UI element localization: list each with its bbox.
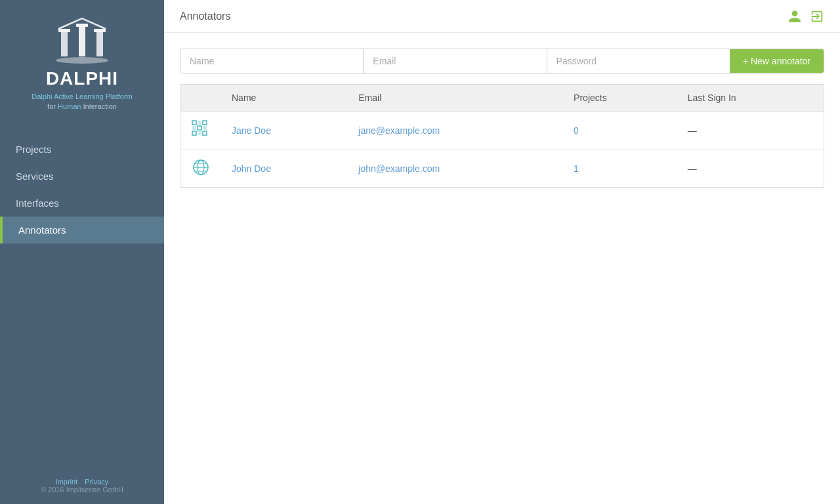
name-input[interactable] (180, 49, 364, 73)
email-input[interactable] (364, 49, 547, 73)
email-link-2[interactable]: john@example.com (358, 163, 440, 174)
header-icons (788, 9, 824, 24)
sidebar-item-services[interactable]: Services (0, 163, 164, 190)
avatar-icon-1 (191, 119, 211, 139)
svg-rect-12 (203, 126, 207, 130)
email-cell-2: john@example.com (348, 150, 563, 188)
name-link-2[interactable]: John Doe (232, 163, 271, 174)
col-header-avatar (180, 85, 222, 112)
svg-rect-9 (203, 121, 207, 125)
col-header-last-sign-in: Last Sign In (677, 85, 824, 112)
app-subtitle-highlight: Human (58, 102, 81, 110)
table-row: John Doe john@example.com 1 — (180, 150, 824, 188)
svg-rect-13 (192, 131, 196, 135)
app-subtitle: Dalphi Active Learning Platform for Huma… (18, 92, 145, 112)
svg-rect-15 (203, 131, 207, 135)
logo-area: DALPHI Dalphi Active Learning Platform f… (18, 0, 145, 123)
email-cell-1: jane@example.com (348, 112, 563, 150)
svg-rect-3 (96, 32, 103, 56)
user-icon[interactable] (788, 9, 802, 24)
avatar-cell-2 (180, 150, 222, 188)
svg-rect-14 (198, 131, 201, 135)
main-area: Annotators + New annotator Nam (164, 0, 840, 504)
svg-rect-2 (79, 26, 85, 56)
svg-rect-4 (58, 29, 70, 32)
app-title: DALPHI (46, 68, 118, 89)
projects-cell-2: 1 (563, 150, 677, 188)
main-content: + New annotator Name Email Projects Last… (164, 33, 840, 504)
sidebar-nav: Projects Services Interfaces Annotators (0, 136, 164, 467)
projects-link-1[interactable]: 0 (574, 125, 579, 136)
col-header-name: Name (221, 85, 348, 112)
table-row: Jane Doe jane@example.com 0 — (180, 112, 824, 150)
col-header-projects: Projects (563, 85, 677, 112)
table-header-row: Name Email Projects Last Sign In (180, 85, 824, 112)
svg-point-0 (56, 57, 108, 64)
logout-icon[interactable] (810, 9, 824, 24)
name-cell-2: John Doe (221, 150, 348, 188)
svg-rect-5 (76, 24, 88, 27)
app-subtitle-line1: Dalphi Active Learning Platform (32, 93, 132, 100)
name-cell-1: Jane Doe (221, 112, 348, 150)
svg-rect-10 (192, 126, 196, 130)
svg-rect-6 (94, 29, 106, 32)
svg-rect-7 (192, 121, 196, 125)
imprint-link[interactable]: Imprint (56, 478, 78, 486)
last-sign-in-cell-1: — (677, 112, 824, 150)
projects-cell-1: 0 (563, 112, 677, 150)
email-link-1[interactable]: jane@example.com (358, 125, 440, 136)
annotators-table: Name Email Projects Last Sign In (180, 84, 824, 188)
sidebar-footer: Imprint Privacy © 2016 Implisense GmbH (30, 467, 134, 504)
sidebar-item-interfaces[interactable]: Interfaces (0, 190, 164, 217)
last-sign-in-cell-2: — (677, 150, 824, 188)
new-annotator-button[interactable]: + New annotator (730, 49, 824, 73)
page-title: Annotators (180, 10, 230, 22)
svg-rect-8 (198, 121, 201, 125)
password-input[interactable] (547, 49, 730, 73)
projects-link-2[interactable]: 1 (574, 163, 579, 174)
copyright: © 2016 Implisense GmbH (41, 486, 123, 494)
logo-icon (49, 13, 115, 66)
name-link-1[interactable]: Jane Doe (232, 125, 271, 136)
col-header-email: Email (348, 85, 563, 112)
sidebar-item-projects[interactable]: Projects (0, 136, 164, 163)
privacy-link[interactable]: Privacy (85, 478, 108, 486)
new-annotator-form: + New annotator (180, 49, 824, 74)
avatar-icon-2 (191, 158, 211, 177)
svg-rect-11 (198, 126, 201, 130)
sidebar-item-annotators[interactable]: Annotators (0, 217, 164, 243)
page-header: Annotators (164, 0, 840, 33)
sidebar: DALPHI Dalphi Active Learning Platform f… (0, 0, 164, 504)
svg-rect-1 (61, 32, 68, 56)
avatar-cell-1 (180, 112, 222, 150)
